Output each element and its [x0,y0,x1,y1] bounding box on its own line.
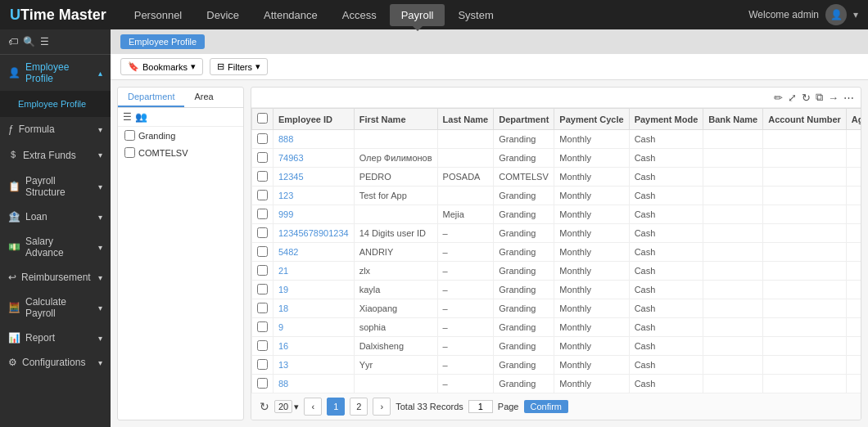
sidebar-item-report[interactable]: 📊 Report ▾ [0,326,111,350]
filters-button[interactable]: ⊟ Filters ▾ [210,58,268,75]
row-checkbox[interactable] [257,265,268,276]
tree-item-granding[interactable]: Granding [118,127,243,144]
row-checkbox[interactable] [257,171,268,182]
row-checkbox[interactable] [257,190,268,200]
row-checkbox-cell[interactable] [252,337,274,356]
sidebar-item-configurations[interactable]: ⚙ Configurations ▾ [0,350,111,375]
row-checkbox[interactable] [257,340,268,351]
user-dropdown-icon[interactable]: ▾ [853,9,858,20]
cell-employee-id[interactable]: 5482 [274,243,355,262]
row-checkbox[interactable] [257,152,268,163]
page-2-button[interactable]: 2 [350,398,368,416]
th-select-all[interactable] [252,109,274,130]
cell-employee-id[interactable]: 123 [274,187,355,205]
cell-employee-id[interactable]: 12345678901234 [274,224,355,243]
cell-account-number [763,337,847,356]
page-1-button[interactable]: 1 [327,398,345,416]
sidebar-item-payroll-structure[interactable]: 📋 Payroll Structure ▾ [0,169,111,205]
page-size-selector[interactable]: 20 ▾ [274,400,299,413]
cell-employee-id[interactable]: 18 [274,299,355,318]
forward-toolbar-icon[interactable]: → [828,92,839,104]
row-checkbox[interactable] [257,209,268,219]
chevron-down-config-icon: ▾ [98,358,102,367]
row-checkbox[interactable] [257,227,268,238]
user-avatar[interactable]: 👤 [825,4,847,25]
row-checkbox-cell[interactable] [252,168,274,187]
calculate-icon: 🧮 [8,302,20,313]
list-icon[interactable]: ☰ [40,36,49,47]
select-all-checkbox[interactable] [257,113,268,124]
tree-checkbox-granding[interactable] [124,130,135,141]
row-checkbox-cell[interactable] [252,262,274,281]
cell-employee-id[interactable]: 19 [274,281,355,299]
row-checkbox-cell[interactable] [252,130,274,149]
row-checkbox[interactable] [257,284,268,294]
sidebar-item-salary-advance[interactable]: 💵 Salary Advance ▾ [0,229,111,265]
cell-department: Granding [494,243,554,262]
sidebar-item-extra-funds[interactable]: ＄ Extra Funds ▾ [0,142,111,169]
row-checkbox-cell[interactable] [252,299,274,318]
row-checkbox-cell[interactable] [252,375,274,393]
tree-checkbox-comtelsv[interactable] [124,147,135,158]
nav-personnel[interactable]: Personnel [123,4,194,26]
tag-icon[interactable]: 🏷 [8,36,18,47]
cell-department: Granding [494,318,554,337]
cell-employee-id[interactable]: 12345 [274,168,355,187]
tab-department[interactable]: Department [118,88,184,107]
row-checkbox[interactable] [257,378,268,389]
nav-system[interactable]: System [446,4,504,26]
row-checkbox-cell[interactable] [252,356,274,375]
page-size-chevron-icon[interactable]: ▾ [294,402,299,412]
cell-payment-mode: Cash [629,205,703,224]
row-checkbox-cell[interactable] [252,205,274,224]
row-checkbox-cell[interactable] [252,187,274,205]
row-checkbox[interactable] [257,246,268,257]
nav-access[interactable]: Access [331,4,388,26]
page-input[interactable] [468,400,493,413]
clone-toolbar-icon[interactable]: ⧉ [816,91,823,104]
cell-employee-id[interactable]: 21 [274,262,355,281]
row-checkbox-cell[interactable] [252,149,274,168]
more-toolbar-icon[interactable]: ⋯ [843,92,854,104]
row-checkbox-cell[interactable] [252,318,274,337]
confirm-button[interactable]: Confirm [524,400,569,413]
sidebar-item-reimbursement[interactable]: ↩ Reimbursement ▾ [0,265,111,290]
cell-employee-id[interactable]: 16 [274,337,355,356]
next-page-button[interactable]: › [373,398,391,416]
restore-toolbar-icon[interactable]: ↻ [802,92,811,104]
bookmarks-button[interactable]: 🔖 Bookmarks ▾ [120,58,203,75]
edit-toolbar-icon[interactable]: ✏ [774,92,783,104]
cell-employee-id[interactable]: 74963 [274,149,355,168]
filters-label: Filters [228,62,252,72]
sidebar-submenu-employee-profile-item[interactable]: Employee Profile [0,94,111,114]
tree-item-comtelsv[interactable]: COMTELSV [118,144,243,161]
cell-employee-id[interactable]: 999 [274,205,355,224]
row-checkbox[interactable] [257,133,268,144]
row-checkbox-cell[interactable] [252,224,274,243]
expand-toolbar-icon[interactable]: ⤢ [788,92,797,104]
row-checkbox[interactable] [257,321,268,332]
cell-employee-id[interactable]: 13 [274,356,355,375]
row-checkbox-cell[interactable] [252,281,274,299]
search-icon[interactable]: 🔍 [23,36,35,47]
cell-employee-id[interactable]: 88 [274,375,355,393]
cell-employee-id[interactable]: 888 [274,130,355,149]
sidebar-item-calculate-payroll[interactable]: 🧮 Calculate Payroll ▾ [0,290,111,326]
nav-payroll[interactable]: Payroll [390,4,445,26]
prev-page-button[interactable]: ‹ [304,398,322,416]
row-checkbox[interactable] [257,303,268,313]
cell-department: Granding [494,130,554,149]
row-checkbox-cell[interactable] [252,243,274,262]
list-view-icon[interactable]: ☰ [123,111,132,123]
nav-device[interactable]: Device [195,4,251,26]
person-add-icon[interactable]: 👥 [135,111,147,123]
sidebar-item-formula[interactable]: ƒ Formula ▾ [0,117,111,142]
breadcrumb-tab-employee-profile[interactable]: Employee Profile [120,34,205,49]
row-checkbox[interactable] [257,359,268,370]
sidebar-item-employee-profile[interactable]: 👤 Employee Profile ▴ [0,55,111,91]
nav-attendance[interactable]: Attendance [252,4,329,26]
sidebar-item-loan[interactable]: 🏦 Loan ▾ [0,205,111,229]
refresh-button[interactable]: ↻ [260,400,269,413]
tab-area[interactable]: Area [184,88,223,107]
cell-employee-id[interactable]: 9 [274,318,355,337]
